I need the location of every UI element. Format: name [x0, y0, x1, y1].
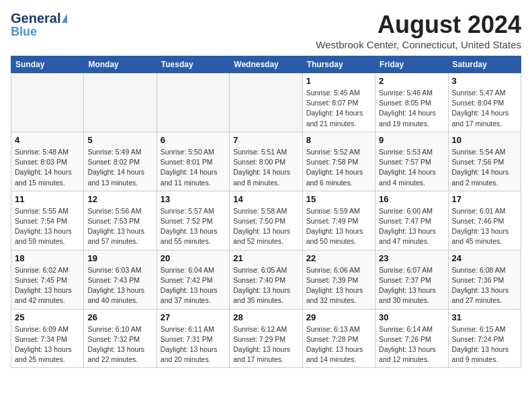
day-info: Sunrise: 6:07 AM Sunset: 7:37 PM Dayligh…	[379, 265, 444, 306]
day-info: Sunrise: 6:12 AM Sunset: 7:29 PM Dayligh…	[233, 324, 298, 365]
day-info: Sunrise: 5:46 AM Sunset: 8:05 PM Dayligh…	[379, 88, 444, 129]
day-number: 19	[87, 253, 152, 263]
day-info: Sunrise: 5:51 AM Sunset: 8:00 PM Dayligh…	[233, 147, 298, 188]
day-number: 4	[15, 135, 80, 145]
col-header-wednesday: Wednesday	[230, 56, 302, 73]
day-number: 15	[306, 194, 371, 204]
day-number: 10	[452, 135, 517, 145]
calendar-week-row: 18Sunrise: 6:02 AM Sunset: 7:45 PM Dayli…	[11, 250, 521, 309]
day-number: 5	[87, 135, 152, 145]
day-number: 2	[379, 76, 444, 86]
day-number: 31	[452, 312, 517, 322]
day-info: Sunrise: 5:45 AM Sunset: 8:07 PM Dayligh…	[306, 88, 371, 129]
day-number: 8	[306, 135, 371, 145]
day-number: 24	[452, 253, 517, 263]
calendar-cell: 22Sunrise: 6:06 AM Sunset: 7:39 PM Dayli…	[302, 250, 375, 309]
day-number: 17	[452, 194, 517, 204]
day-number: 25	[15, 312, 80, 322]
day-info: Sunrise: 5:50 AM Sunset: 8:01 PM Dayligh…	[161, 147, 226, 188]
day-info: Sunrise: 6:00 AM Sunset: 7:47 PM Dayligh…	[379, 206, 444, 247]
location: Westbrook Center, Connecticut, United St…	[316, 39, 521, 50]
page-header: General Blue August 2024 Westbrook Cente…	[11, 11, 521, 50]
day-number: 20	[161, 253, 226, 263]
calendar-cell: 2Sunrise: 5:46 AM Sunset: 8:05 PM Daylig…	[375, 73, 448, 132]
calendar-cell: 16Sunrise: 6:00 AM Sunset: 7:47 PM Dayli…	[375, 191, 448, 250]
logo: General Blue	[11, 11, 67, 39]
calendar-cell	[84, 73, 157, 132]
col-header-monday: Monday	[84, 56, 157, 73]
day-number: 18	[15, 253, 80, 263]
day-number: 11	[15, 194, 80, 204]
calendar-cell: 30Sunrise: 6:14 AM Sunset: 7:26 PM Dayli…	[375, 309, 448, 368]
calendar-week-row: 11Sunrise: 5:55 AM Sunset: 7:54 PM Dayli…	[11, 191, 521, 250]
calendar-cell: 11Sunrise: 5:55 AM Sunset: 7:54 PM Dayli…	[11, 191, 84, 250]
month-title: August 2024	[316, 11, 521, 39]
day-info: Sunrise: 6:08 AM Sunset: 7:36 PM Dayligh…	[452, 265, 517, 306]
col-header-tuesday: Tuesday	[157, 56, 229, 73]
day-number: 27	[161, 312, 226, 322]
day-info: Sunrise: 5:55 AM Sunset: 7:54 PM Dayligh…	[15, 206, 80, 247]
day-number: 9	[379, 135, 444, 145]
day-info: Sunrise: 5:59 AM Sunset: 7:49 PM Dayligh…	[306, 206, 371, 247]
logo-icon	[62, 13, 67, 23]
day-number: 13	[161, 194, 226, 204]
day-info: Sunrise: 5:47 AM Sunset: 8:04 PM Dayligh…	[452, 88, 517, 129]
calendar-cell: 1Sunrise: 5:45 AM Sunset: 8:07 PM Daylig…	[302, 73, 375, 132]
day-number: 12	[87, 194, 152, 204]
calendar-cell	[157, 73, 229, 132]
day-info: Sunrise: 5:52 AM Sunset: 7:58 PM Dayligh…	[306, 147, 371, 188]
calendar-cell: 27Sunrise: 6:11 AM Sunset: 7:31 PM Dayli…	[157, 309, 229, 368]
day-number: 22	[306, 253, 371, 263]
day-info: Sunrise: 6:11 AM Sunset: 7:31 PM Dayligh…	[161, 324, 226, 365]
title-block: August 2024 Westbrook Center, Connecticu…	[316, 11, 521, 50]
calendar-table: SundayMondayTuesdayWednesdayThursdayFrid…	[11, 56, 521, 368]
calendar-cell: 9Sunrise: 5:53 AM Sunset: 7:57 PM Daylig…	[375, 132, 448, 191]
calendar-cell: 17Sunrise: 6:01 AM Sunset: 7:46 PM Dayli…	[448, 191, 521, 250]
day-info: Sunrise: 6:04 AM Sunset: 7:42 PM Dayligh…	[161, 265, 226, 306]
calendar-cell: 10Sunrise: 5:54 AM Sunset: 7:56 PM Dayli…	[448, 132, 521, 191]
day-info: Sunrise: 6:15 AM Sunset: 7:24 PM Dayligh…	[452, 324, 517, 365]
day-number: 14	[233, 194, 298, 204]
calendar-cell: 18Sunrise: 6:02 AM Sunset: 7:45 PM Dayli…	[11, 250, 84, 309]
calendar-cell: 5Sunrise: 5:49 AM Sunset: 8:02 PM Daylig…	[84, 132, 157, 191]
logo-text-blue: Blue	[11, 26, 37, 39]
day-number: 3	[452, 76, 517, 86]
day-number: 29	[306, 312, 371, 322]
calendar-cell: 29Sunrise: 6:13 AM Sunset: 7:28 PM Dayli…	[302, 309, 375, 368]
day-info: Sunrise: 6:13 AM Sunset: 7:28 PM Dayligh…	[306, 324, 371, 365]
day-number: 7	[233, 135, 298, 145]
day-number: 23	[379, 253, 444, 263]
col-header-friday: Friday	[375, 56, 448, 73]
calendar-cell: 28Sunrise: 6:12 AM Sunset: 7:29 PM Dayli…	[230, 309, 302, 368]
calendar-cell: 7Sunrise: 5:51 AM Sunset: 8:00 PM Daylig…	[230, 132, 302, 191]
col-header-saturday: Saturday	[448, 56, 521, 73]
day-info: Sunrise: 5:53 AM Sunset: 7:57 PM Dayligh…	[379, 147, 444, 188]
calendar-cell: 25Sunrise: 6:09 AM Sunset: 7:34 PM Dayli…	[11, 309, 84, 368]
day-info: Sunrise: 5:48 AM Sunset: 8:03 PM Dayligh…	[15, 147, 80, 188]
calendar-cell: 21Sunrise: 6:05 AM Sunset: 7:40 PM Dayli…	[230, 250, 302, 309]
day-number: 6	[161, 135, 226, 145]
day-info: Sunrise: 6:10 AM Sunset: 7:32 PM Dayligh…	[87, 324, 152, 365]
calendar-cell: 24Sunrise: 6:08 AM Sunset: 7:36 PM Dayli…	[448, 250, 521, 309]
day-number: 28	[233, 312, 298, 322]
calendar-cell: 31Sunrise: 6:15 AM Sunset: 7:24 PM Dayli…	[448, 309, 521, 368]
calendar-cell: 15Sunrise: 5:59 AM Sunset: 7:49 PM Dayli…	[302, 191, 375, 250]
day-info: Sunrise: 6:02 AM Sunset: 7:45 PM Dayligh…	[15, 265, 80, 306]
day-info: Sunrise: 5:56 AM Sunset: 7:53 PM Dayligh…	[87, 206, 152, 247]
day-info: Sunrise: 6:05 AM Sunset: 7:40 PM Dayligh…	[233, 265, 298, 306]
day-number: 26	[87, 312, 152, 322]
day-info: Sunrise: 5:58 AM Sunset: 7:50 PM Dayligh…	[233, 206, 298, 247]
calendar-cell: 20Sunrise: 6:04 AM Sunset: 7:42 PM Dayli…	[157, 250, 229, 309]
calendar-cell	[11, 73, 84, 132]
day-info: Sunrise: 6:09 AM Sunset: 7:34 PM Dayligh…	[15, 324, 80, 365]
day-info: Sunrise: 6:06 AM Sunset: 7:39 PM Dayligh…	[306, 265, 371, 306]
calendar-cell: 23Sunrise: 6:07 AM Sunset: 7:37 PM Dayli…	[375, 250, 448, 309]
col-header-thursday: Thursday	[302, 56, 375, 73]
day-number: 30	[379, 312, 444, 322]
day-info: Sunrise: 5:57 AM Sunset: 7:52 PM Dayligh…	[161, 206, 226, 247]
calendar-cell: 3Sunrise: 5:47 AM Sunset: 8:04 PM Daylig…	[448, 73, 521, 132]
calendar-cell: 4Sunrise: 5:48 AM Sunset: 8:03 PM Daylig…	[11, 132, 84, 191]
calendar-header-row: SundayMondayTuesdayWednesdayThursdayFrid…	[11, 56, 521, 73]
day-number: 16	[379, 194, 444, 204]
day-info: Sunrise: 5:49 AM Sunset: 8:02 PM Dayligh…	[87, 147, 152, 188]
